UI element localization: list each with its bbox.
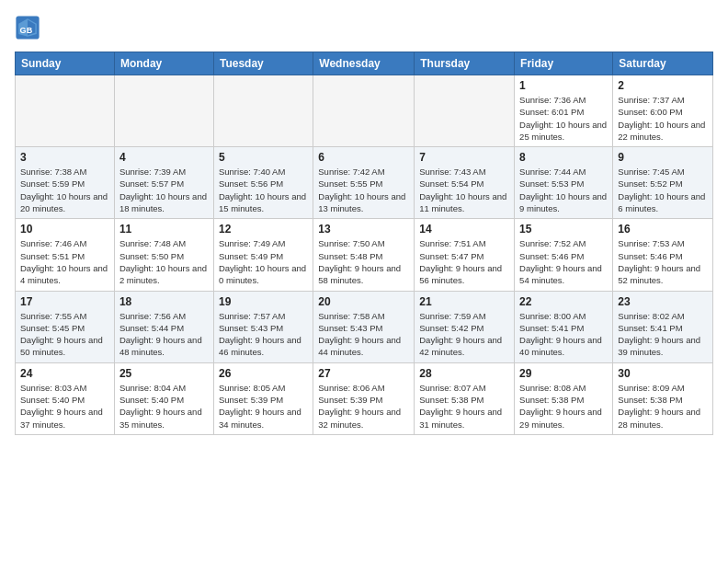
calendar-cell: 16Sunrise: 7:53 AM Sunset: 5:46 PM Dayli… bbox=[613, 219, 713, 291]
day-number: 7 bbox=[419, 151, 509, 164]
day-number: 12 bbox=[219, 223, 308, 236]
day-number: 13 bbox=[318, 223, 409, 236]
day-info: Sunrise: 7:48 AM Sunset: 5:50 PM Dayligh… bbox=[119, 237, 209, 286]
weekday-header: Saturday bbox=[613, 52, 713, 75]
day-info: Sunrise: 8:09 AM Sunset: 5:38 PM Dayligh… bbox=[618, 382, 708, 431]
day-info: Sunrise: 7:43 AM Sunset: 5:54 PM Dayligh… bbox=[419, 166, 509, 214]
day-info: Sunrise: 7:56 AM Sunset: 5:44 PM Dayligh… bbox=[119, 310, 209, 359]
calendar-week-row: 3Sunrise: 7:38 AM Sunset: 5:59 PM Daylig… bbox=[16, 147, 713, 219]
day-number: 18 bbox=[119, 295, 209, 308]
calendar-table: SundayMondayTuesdayWednesdayThursdayFrid… bbox=[15, 52, 713, 435]
day-number: 21 bbox=[419, 295, 509, 308]
calendar-cell: 24Sunrise: 8:03 AM Sunset: 5:40 PM Dayli… bbox=[16, 362, 115, 434]
calendar-cell: 25Sunrise: 8:04 AM Sunset: 5:40 PM Dayli… bbox=[114, 362, 213, 434]
day-number: 29 bbox=[519, 367, 608, 380]
day-info: Sunrise: 8:05 AM Sunset: 5:39 PM Dayligh… bbox=[219, 382, 308, 431]
weekday-header: Monday bbox=[114, 52, 213, 75]
day-number: 11 bbox=[119, 223, 209, 236]
calendar-cell: 28Sunrise: 8:07 AM Sunset: 5:38 PM Dayli… bbox=[415, 362, 515, 434]
calendar-cell: 14Sunrise: 7:51 AM Sunset: 5:47 PM Dayli… bbox=[415, 219, 515, 291]
calendar-cell: 15Sunrise: 7:52 AM Sunset: 5:46 PM Dayli… bbox=[515, 219, 613, 291]
calendar-cell: 19Sunrise: 7:57 AM Sunset: 5:43 PM Dayli… bbox=[213, 291, 313, 362]
calendar-cell: 5Sunrise: 7:40 AM Sunset: 5:56 PM Daylig… bbox=[213, 147, 313, 219]
weekday-header: Thursday bbox=[415, 52, 515, 75]
day-number: 22 bbox=[519, 295, 608, 308]
calendar-week-row: 17Sunrise: 7:55 AM Sunset: 5:45 PM Dayli… bbox=[16, 291, 713, 362]
calendar-cell bbox=[313, 75, 415, 147]
day-info: Sunrise: 8:02 AM Sunset: 5:41 PM Dayligh… bbox=[618, 310, 708, 359]
day-info: Sunrise: 7:59 AM Sunset: 5:42 PM Dayligh… bbox=[419, 310, 509, 359]
day-info: Sunrise: 7:45 AM Sunset: 5:52 PM Dayligh… bbox=[618, 166, 708, 214]
calendar-cell bbox=[213, 75, 313, 147]
day-number: 9 bbox=[618, 151, 708, 164]
calendar-cell: 10Sunrise: 7:46 AM Sunset: 5:51 PM Dayli… bbox=[16, 219, 115, 291]
day-info: Sunrise: 7:46 AM Sunset: 5:51 PM Dayligh… bbox=[20, 237, 109, 286]
day-number: 10 bbox=[20, 223, 109, 236]
calendar-cell: 6Sunrise: 7:42 AM Sunset: 5:55 PM Daylig… bbox=[313, 147, 415, 219]
day-info: Sunrise: 7:38 AM Sunset: 5:59 PM Dayligh… bbox=[20, 166, 109, 214]
calendar-cell: 21Sunrise: 7:59 AM Sunset: 5:42 PM Dayli… bbox=[415, 291, 515, 362]
day-info: Sunrise: 7:51 AM Sunset: 5:47 PM Dayligh… bbox=[419, 237, 509, 286]
day-number: 5 bbox=[219, 151, 308, 164]
day-number: 16 bbox=[618, 223, 708, 236]
calendar-cell: 23Sunrise: 8:02 AM Sunset: 5:41 PM Dayli… bbox=[613, 291, 713, 362]
day-number: 15 bbox=[519, 223, 608, 236]
weekday-header: Sunday bbox=[16, 52, 115, 75]
logo-icon: GB bbox=[15, 15, 40, 40]
day-info: Sunrise: 7:40 AM Sunset: 5:56 PM Dayligh… bbox=[219, 166, 308, 214]
calendar-cell: 2Sunrise: 7:37 AM Sunset: 6:00 PM Daylig… bbox=[613, 75, 713, 147]
day-info: Sunrise: 7:58 AM Sunset: 5:43 PM Dayligh… bbox=[318, 310, 409, 359]
day-info: Sunrise: 8:04 AM Sunset: 5:40 PM Dayligh… bbox=[119, 382, 209, 431]
svg-text:GB: GB bbox=[20, 26, 33, 35]
day-info: Sunrise: 7:39 AM Sunset: 5:57 PM Dayligh… bbox=[119, 166, 209, 214]
calendar-week-row: 24Sunrise: 8:03 AM Sunset: 5:40 PM Dayli… bbox=[16, 362, 713, 434]
day-number: 30 bbox=[618, 367, 708, 380]
day-info: Sunrise: 8:00 AM Sunset: 5:41 PM Dayligh… bbox=[519, 310, 608, 359]
day-info: Sunrise: 7:52 AM Sunset: 5:46 PM Dayligh… bbox=[519, 237, 608, 286]
weekday-header: Friday bbox=[515, 52, 613, 75]
day-number: 14 bbox=[419, 223, 509, 236]
calendar-cell: 8Sunrise: 7:44 AM Sunset: 5:53 PM Daylig… bbox=[515, 147, 613, 219]
calendar-cell: 1Sunrise: 7:36 AM Sunset: 6:01 PM Daylig… bbox=[515, 75, 613, 147]
calendar-cell: 11Sunrise: 7:48 AM Sunset: 5:50 PM Dayli… bbox=[114, 219, 213, 291]
calendar-cell bbox=[114, 75, 213, 147]
day-number: 28 bbox=[419, 367, 509, 380]
calendar-cell: 3Sunrise: 7:38 AM Sunset: 5:59 PM Daylig… bbox=[16, 147, 115, 219]
calendar-cell: 22Sunrise: 8:00 AM Sunset: 5:41 PM Dayli… bbox=[515, 291, 613, 362]
calendar-cell: 18Sunrise: 7:56 AM Sunset: 5:44 PM Dayli… bbox=[114, 291, 213, 362]
day-number: 1 bbox=[519, 79, 608, 92]
day-info: Sunrise: 7:55 AM Sunset: 5:45 PM Dayligh… bbox=[20, 310, 109, 359]
day-info: Sunrise: 7:49 AM Sunset: 5:49 PM Dayligh… bbox=[219, 237, 308, 286]
day-number: 2 bbox=[618, 79, 708, 92]
calendar-cell: 13Sunrise: 7:50 AM Sunset: 5:48 PM Dayli… bbox=[313, 219, 415, 291]
day-number: 4 bbox=[119, 151, 209, 164]
calendar-week-row: 10Sunrise: 7:46 AM Sunset: 5:51 PM Dayli… bbox=[16, 219, 713, 291]
logo: GB bbox=[15, 15, 44, 40]
calendar-cell: 27Sunrise: 8:06 AM Sunset: 5:39 PM Dayli… bbox=[313, 362, 415, 434]
calendar-cell: 26Sunrise: 8:05 AM Sunset: 5:39 PM Dayli… bbox=[213, 362, 313, 434]
day-number: 17 bbox=[20, 295, 109, 308]
day-number: 19 bbox=[219, 295, 308, 308]
calendar-cell: 20Sunrise: 7:58 AM Sunset: 5:43 PM Dayli… bbox=[313, 291, 415, 362]
day-number: 25 bbox=[119, 367, 209, 380]
day-info: Sunrise: 8:06 AM Sunset: 5:39 PM Dayligh… bbox=[318, 382, 409, 431]
day-number: 3 bbox=[20, 151, 109, 164]
calendar-cell: 29Sunrise: 8:08 AM Sunset: 5:38 PM Dayli… bbox=[515, 362, 613, 434]
day-info: Sunrise: 7:50 AM Sunset: 5:48 PM Dayligh… bbox=[318, 237, 409, 286]
calendar-cell: 9Sunrise: 7:45 AM Sunset: 5:52 PM Daylig… bbox=[613, 147, 713, 219]
day-info: Sunrise: 7:57 AM Sunset: 5:43 PM Dayligh… bbox=[219, 310, 308, 359]
day-info: Sunrise: 8:08 AM Sunset: 5:38 PM Dayligh… bbox=[519, 382, 608, 431]
weekday-header: Tuesday bbox=[213, 52, 313, 75]
day-number: 6 bbox=[318, 151, 409, 164]
calendar-cell bbox=[16, 75, 115, 147]
day-number: 20 bbox=[318, 295, 409, 308]
calendar-cell: 7Sunrise: 7:43 AM Sunset: 5:54 PM Daylig… bbox=[415, 147, 515, 219]
weekday-header: Wednesday bbox=[313, 52, 415, 75]
day-info: Sunrise: 7:42 AM Sunset: 5:55 PM Dayligh… bbox=[318, 166, 409, 214]
calendar-cell bbox=[415, 75, 515, 147]
calendar-cell: 4Sunrise: 7:39 AM Sunset: 5:57 PM Daylig… bbox=[114, 147, 213, 219]
calendar-week-row: 1Sunrise: 7:36 AM Sunset: 6:01 PM Daylig… bbox=[16, 75, 713, 147]
header: GB bbox=[15, 15, 713, 40]
day-info: Sunrise: 7:37 AM Sunset: 6:00 PM Dayligh… bbox=[618, 94, 708, 143]
page: GB SundayMondayTuesdayWednesdayThursdayF… bbox=[0, 0, 728, 450]
